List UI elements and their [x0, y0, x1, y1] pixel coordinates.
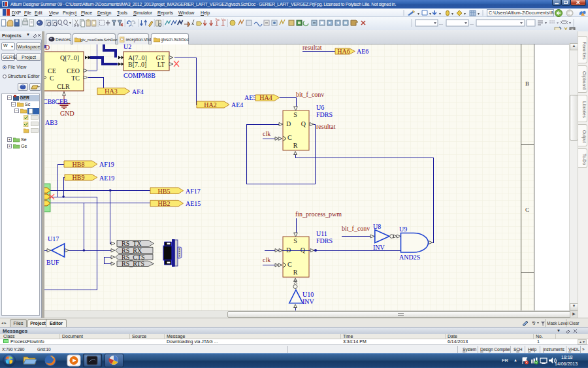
svg-text:AE4: AE4: [231, 101, 243, 109]
svg-text:LT: LT: [157, 61, 165, 68]
svg-text:HA2: HA2: [204, 101, 216, 109]
svg-text:FDRS: FDRS: [316, 111, 333, 118]
svg-text:D: D: [45, 44, 50, 51]
svg-text:fin_process_pwm: fin_process_pwm: [295, 210, 342, 218]
svg-text:COMPM8B: COMPM8B: [123, 72, 155, 79]
svg-text:HB9: HB9: [73, 174, 85, 181]
svg-text:AND2S: AND2S: [399, 254, 420, 261]
svg-text:BUF: BUF: [46, 259, 59, 266]
svg-text:AF4: AF4: [132, 88, 144, 95]
svg-text:bit_f_conv: bit_f_conv: [296, 91, 324, 98]
svg-text:...: ...: [439, 21, 443, 25]
svg-text:INV: INV: [302, 298, 315, 305]
svg-text:D: D: [286, 246, 291, 254]
svg-text:INV: INV: [373, 244, 385, 251]
svg-text:U9: U9: [399, 226, 407, 233]
svg-text:RS_RTS: RS_RTS: [122, 260, 144, 267]
svg-text:R: R: [293, 269, 298, 276]
svg-text:B: B: [525, 80, 529, 87]
svg-text:...: ...: [470, 21, 474, 25]
svg-text:U17: U17: [48, 235, 59, 243]
svg-text:⅋: ⅋: [532, 321, 536, 326]
svg-text:TC: TC: [71, 75, 80, 82]
svg-text:CLR: CLR: [57, 83, 70, 90]
svg-text:clk: clk: [263, 256, 270, 263]
svg-text:RS_TX: RS_TX: [122, 240, 142, 247]
svg-text:HB2: HB2: [158, 200, 171, 207]
svg-text:bit_f_conv: bit_f_conv: [342, 225, 370, 232]
svg-text:U11: U11: [316, 230, 327, 237]
svg-text:AE6: AE6: [357, 48, 368, 55]
svg-text:HA3: HA3: [105, 88, 117, 95]
svg-text:U8: U8: [373, 223, 381, 230]
svg-text:C: C: [525, 207, 529, 213]
svg-text:U10: U10: [302, 291, 314, 298]
svg-text:CB8CEB: CB8CEB: [44, 98, 68, 105]
svg-text:HA6: HA6: [337, 48, 350, 55]
svg-text:HB5: HB5: [158, 188, 171, 195]
svg-text:R: R: [293, 142, 298, 149]
svg-text:C: C: [287, 261, 292, 268]
svg-text:AE19: AE19: [99, 175, 114, 182]
svg-text:clk: clk: [263, 130, 270, 137]
svg-text:AE15: AE15: [186, 200, 201, 207]
svg-text:HB8: HB8: [73, 161, 85, 168]
svg-text:CEO: CEO: [67, 67, 80, 75]
svg-text:CE: CE: [48, 67, 56, 75]
svg-text:resultat: resultat: [302, 44, 322, 51]
svg-text:U6: U6: [316, 104, 324, 111]
svg-text:HA4: HA4: [259, 94, 272, 101]
svg-text:Q: Q: [301, 120, 306, 127]
svg-text:GND: GND: [60, 110, 74, 117]
svg-text:Vcc: Vcc: [215, 18, 220, 22]
svg-text:FDRS: FDRS: [316, 237, 333, 244]
svg-text:resultat: resultat: [316, 123, 336, 130]
svg-text:C: C: [50, 75, 54, 82]
svg-text:Q: Q: [301, 246, 306, 254]
svg-text:B[7..0]: B[7..0]: [128, 61, 146, 68]
svg-text:D: D: [286, 120, 291, 127]
svg-text:AB3: AB3: [45, 119, 57, 126]
svg-text:S: S: [293, 237, 297, 244]
svg-text:Q[7..0]: Q[7..0]: [60, 54, 79, 61]
svg-text:AF17: AF17: [186, 188, 201, 195]
svg-text:U2: U2: [123, 44, 131, 50]
svg-text:Vcc: Vcc: [221, 18, 226, 22]
svg-text:S: S: [293, 111, 297, 118]
svg-text:AF19: AF19: [99, 161, 114, 168]
svg-text:AE5: AE5: [244, 94, 256, 101]
svg-text:C: C: [287, 134, 292, 141]
